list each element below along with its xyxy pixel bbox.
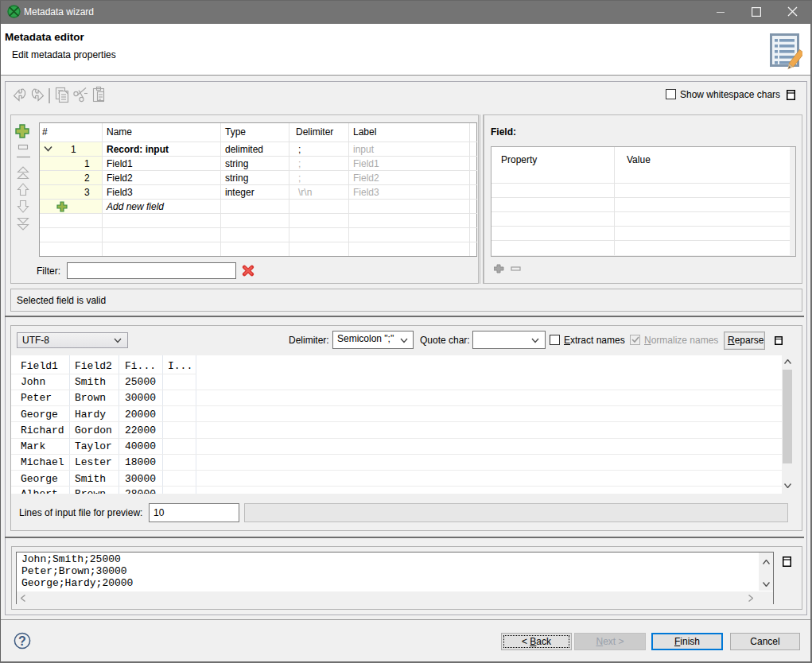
svg-text:?: ? bbox=[18, 634, 26, 648]
